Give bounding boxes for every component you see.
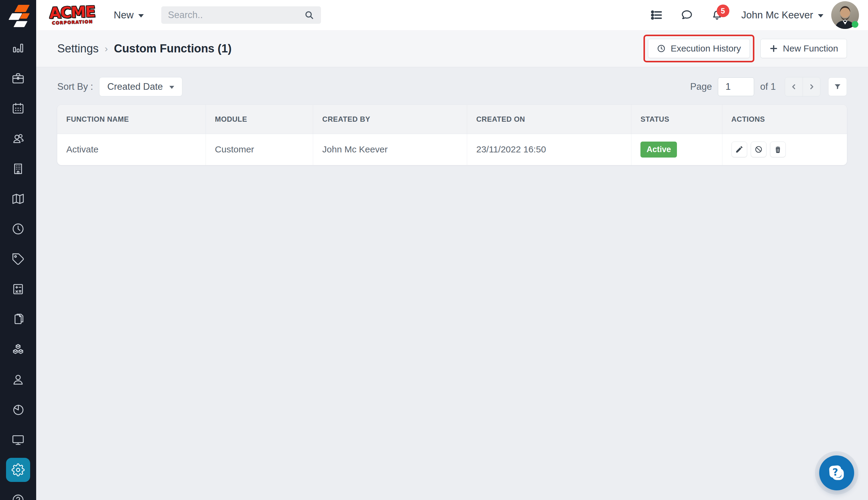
- sort-by-dropdown[interactable]: Created Date: [99, 77, 182, 96]
- sidebar-item-reports[interactable]: [0, 395, 36, 425]
- notification-badge: 5: [717, 4, 730, 17]
- help-widget-button[interactable]: ?: [819, 455, 854, 490]
- sidebar-item-companies[interactable]: [0, 154, 36, 184]
- breadcrumb-separator: ›: [104, 43, 108, 54]
- user-menu[interactable]: John Mc Keever: [742, 9, 823, 21]
- previous-page-button[interactable]: [785, 77, 803, 96]
- sidebar-item-activities[interactable]: [0, 214, 36, 244]
- sidebar-item-desktop[interactable]: [0, 425, 36, 455]
- table-header-row: FUNCTION NAME MODULE CREATED BY CREATED …: [57, 105, 847, 134]
- global-search: [161, 6, 321, 24]
- edit-button[interactable]: [732, 141, 747, 157]
- topbar: ACME CORPORATION New 5 John Mc Keever: [36, 0, 868, 30]
- person-icon: [11, 373, 25, 386]
- execution-history-button[interactable]: Execution History: [648, 39, 749, 58]
- sidebar-item-documents[interactable]: [0, 304, 36, 334]
- sidebar-nav: [0, 33, 36, 500]
- pencil-icon: [735, 145, 744, 154]
- company-logo-subtext: CORPORATION: [52, 19, 93, 26]
- briefcase-icon: [11, 71, 25, 85]
- sidebar-item-products[interactable]: [0, 334, 36, 364]
- messages-button[interactable]: [680, 9, 693, 21]
- execution-history-label: Execution History: [671, 43, 741, 54]
- chevron-right-icon: [808, 83, 815, 91]
- sidebar-item-estimates[interactable]: [0, 274, 36, 304]
- status-badge: Active: [641, 141, 677, 158]
- chevron-down-icon: [818, 14, 823, 18]
- list-view-button[interactable]: [650, 9, 663, 21]
- building-icon: [11, 162, 25, 175]
- chevron-down-icon: [138, 14, 144, 18]
- sidebar-item-territories[interactable]: [0, 184, 36, 214]
- clock-icon: [11, 222, 25, 236]
- sidebar-item-deals[interactable]: [0, 63, 36, 93]
- next-page-button[interactable]: [803, 77, 820, 96]
- sidebar-item-help[interactable]: [0, 485, 36, 500]
- pagination: Page of 1: [690, 77, 847, 96]
- cell-function-name: Activate: [57, 134, 206, 165]
- new-function-label: New Function: [783, 43, 838, 54]
- list-toolbar: Sort By : Created Date Page of 1: [57, 77, 847, 96]
- map-icon: [11, 192, 25, 206]
- sort-by-label: Sort By :: [57, 81, 93, 92]
- user-name: John Mc Keever: [742, 9, 813, 21]
- sidebar-item-calendar[interactable]: [0, 93, 36, 124]
- col-status: STATUS: [631, 105, 722, 134]
- sidebar-item-tags[interactable]: [0, 244, 36, 274]
- chevron-down-icon: [169, 86, 174, 89]
- cell-status: Active: [631, 134, 722, 165]
- notifications-button[interactable]: 5: [711, 9, 723, 21]
- bar-chart-icon: [11, 41, 25, 55]
- pie-chart-icon: [11, 403, 25, 417]
- user-avatar[interactable]: [831, 1, 859, 29]
- documents-icon: [11, 312, 25, 326]
- clock-icon: [657, 44, 666, 53]
- z-logo-icon: [7, 4, 30, 26]
- sidebar-item-dashboard[interactable]: [0, 33, 36, 63]
- new-menu-label: New: [114, 9, 134, 21]
- users-icon: [11, 132, 25, 146]
- main-content: Sort By : Created Date Page of 1: [36, 67, 868, 500]
- online-status-dot: [852, 21, 858, 28]
- sidebar-item-users-admin[interactable]: [0, 364, 36, 395]
- sidebar: [0, 0, 36, 500]
- trash-icon: [774, 145, 782, 154]
- calendar-icon: [11, 102, 25, 115]
- page-number-input[interactable]: [718, 77, 754, 96]
- filter-button[interactable]: [828, 77, 847, 96]
- tag-icon: [11, 252, 25, 266]
- new-menu[interactable]: New: [114, 9, 144, 21]
- col-function-name: FUNCTION NAME: [57, 105, 206, 134]
- breadcrumb-settings[interactable]: Settings: [57, 42, 99, 55]
- search-input[interactable]: [168, 10, 304, 21]
- cubes-icon: [11, 342, 25, 356]
- col-created-on: CREATED ON: [467, 105, 631, 134]
- sidebar-item-settings[interactable]: [0, 455, 36, 485]
- search-icon[interactable]: [304, 10, 314, 20]
- cell-module: Customer: [206, 134, 313, 165]
- delete-button[interactable]: [770, 141, 786, 157]
- list-icon: [650, 9, 663, 21]
- ban-icon: [754, 145, 763, 154]
- company-logo-text: ACME: [49, 4, 95, 20]
- calculator-icon: [11, 282, 25, 296]
- app-logo[interactable]: [0, 0, 36, 30]
- cell-created-by: John Mc Keever: [313, 134, 467, 165]
- page-of-label: of 1: [760, 81, 776, 92]
- disable-button[interactable]: [751, 141, 766, 157]
- gear-icon: [11, 463, 25, 477]
- table-row[interactable]: Activate Customer John Mc Keever 23/11/2…: [57, 134, 847, 165]
- col-module: MODULE: [206, 105, 313, 134]
- cell-actions: [722, 134, 847, 165]
- col-actions: ACTIONS: [722, 105, 847, 134]
- pager-buttons: [785, 77, 820, 96]
- plus-icon: [769, 44, 778, 53]
- sort-by-value: Created Date: [107, 81, 163, 92]
- new-function-button[interactable]: New Function: [760, 39, 847, 58]
- chat-bubble-icon: [680, 9, 693, 21]
- sidebar-item-contacts[interactable]: [0, 124, 36, 154]
- question-glyph: ?: [832, 466, 839, 478]
- monitor-icon: [11, 433, 25, 447]
- page-label: Page: [690, 81, 712, 92]
- funnel-icon: [833, 82, 842, 91]
